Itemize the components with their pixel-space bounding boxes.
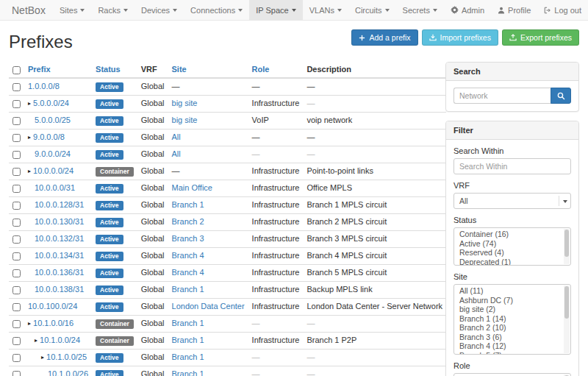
status-option[interactable]: Deprecated (1): [459, 258, 562, 266]
row-checkbox[interactable]: [12, 320, 21, 328]
prefix-link[interactable]: 10.0.0.130/31: [35, 217, 84, 226]
add-a-prefix-button[interactable]: Add a prefix: [351, 29, 417, 46]
prefix-link[interactable]: 10.0.0.136/31: [35, 268, 84, 277]
nav-item-log-out[interactable]: Log out: [537, 0, 588, 20]
site-link[interactable]: All: [172, 149, 181, 158]
nav-item-vlans[interactable]: VLANs: [303, 0, 348, 20]
sort-link-prefix[interactable]: Prefix: [28, 65, 51, 74]
prefix-link[interactable]: 5.0.0.0/25: [35, 116, 71, 124]
chevron-down-icon: [123, 9, 128, 12]
status-listbox[interactable]: Container (16)Active (74)Reserved (4)Dep…: [453, 227, 571, 266]
scrollbar[interactable]: [564, 229, 570, 264]
empty-value: —: [306, 132, 315, 141]
site-listbox[interactable]: All (11)Ashburn DC (7)big site (2)Branch…: [453, 284, 571, 355]
site-link[interactable]: Branch 1: [172, 352, 204, 361]
site-link[interactable]: London Data Center: [172, 302, 245, 311]
row-checkbox[interactable]: [12, 185, 21, 193]
nav-item-circuits[interactable]: Circuits: [348, 0, 396, 20]
brand-link[interactable]: NetBox: [4, 0, 53, 20]
site-option[interactable]: big site (2): [459, 305, 562, 315]
vrf-select[interactable]: All: [453, 193, 571, 209]
prefix-link[interactable]: 9.0.0.0/8: [33, 132, 65, 141]
prefix-link[interactable]: 10.0.0.128/31: [35, 200, 84, 209]
row-checkbox[interactable]: [12, 151, 21, 159]
site-link[interactable]: Branch 1: [172, 336, 204, 344]
nav-item-secrets[interactable]: Secrets: [396, 0, 444, 20]
row-checkbox[interactable]: [12, 83, 21, 91]
search-within-input[interactable]: [453, 158, 571, 174]
prefix-link[interactable]: 10.0.0.0/24: [33, 166, 74, 175]
nav-item-profile[interactable]: Profile: [491, 0, 537, 20]
row-checkbox[interactable]: [12, 269, 21, 277]
prefix-link[interactable]: 10.1.0.0/24: [40, 336, 80, 344]
prefix-link[interactable]: 10.1.0.0/26: [48, 369, 88, 376]
nav-item-sites[interactable]: Sites: [53, 0, 91, 20]
nav-item-connections[interactable]: Connections: [184, 0, 249, 20]
row-checkbox[interactable]: [12, 117, 21, 125]
site-link[interactable]: Main Office: [172, 183, 212, 192]
prefix-link[interactable]: 10.0.0.132/31: [35, 234, 84, 243]
site-cell: All: [168, 129, 248, 146]
site-link[interactable]: Branch 2: [172, 217, 204, 226]
row-checkbox[interactable]: [12, 168, 21, 176]
site-option[interactable]: Branch 4 (12): [459, 342, 562, 352]
site-link[interactable]: Branch 4: [172, 268, 204, 277]
role-listbox[interactable]: Infrastructure (25)Management (8)Private…: [453, 373, 571, 376]
prefix-link[interactable]: 10.0.100.0/24: [28, 302, 77, 311]
nav-item-devices[interactable]: Devices: [135, 0, 184, 20]
export-prefixes-button[interactable]: Export prefixes: [502, 29, 579, 46]
prefix-link[interactable]: 10.0.0.134/31: [35, 251, 84, 260]
site-link[interactable]: Branch 1: [172, 285, 204, 294]
scrollbar[interactable]: [564, 285, 570, 353]
nav-item-label: Admin: [462, 6, 484, 15]
sort-link-status[interactable]: Status: [96, 65, 121, 74]
site-link[interactable]: Branch 1: [172, 319, 204, 327]
site-option[interactable]: All (11): [459, 287, 562, 297]
nav-item-racks[interactable]: Racks: [91, 0, 135, 20]
scrollbar-thumb[interactable]: [564, 286, 569, 319]
row-checkbox[interactable]: [12, 303, 21, 311]
site-link[interactable]: Branch 3: [172, 234, 204, 243]
site-link[interactable]: Branch 4: [172, 251, 204, 260]
prefix-link[interactable]: 1.0.0.0/8: [28, 82, 60, 91]
row-checkbox[interactable]: [12, 235, 21, 244]
tree-indent: [28, 258, 35, 258]
row-checkbox[interactable]: [12, 354, 21, 362]
nav-item-admin[interactable]: Admin: [444, 0, 491, 20]
row-checkbox[interactable]: [12, 286, 21, 294]
row-checkbox[interactable]: [12, 252, 21, 260]
import-prefixes-button[interactable]: Import prefixes: [422, 29, 498, 46]
row-checkbox[interactable]: [12, 134, 21, 142]
site-link[interactable]: big site: [172, 99, 198, 107]
site-link[interactable]: big site: [172, 116, 198, 124]
row-checkbox[interactable]: [12, 371, 21, 376]
prefix-link[interactable]: 9.0.0.0/24: [35, 149, 71, 158]
status-cell: Active: [92, 95, 137, 112]
search-input[interactable]: [453, 88, 551, 104]
table-row: 10.0.0.0/31ActiveGlobalMain OfficeInfras…: [9, 180, 446, 196]
site-link[interactable]: All: [172, 132, 181, 141]
row-checkbox[interactable]: [12, 100, 21, 108]
site-option[interactable]: Branch 5 (7): [459, 352, 562, 355]
row-checkbox[interactable]: [12, 219, 21, 227]
prefix-link[interactable]: 5.0.0.0/24: [33, 99, 69, 107]
site-link[interactable]: Branch 1: [172, 369, 204, 376]
row-checkbox[interactable]: [12, 337, 21, 345]
scrollbar-thumb[interactable]: [564, 230, 569, 257]
prefix-link[interactable]: 10.0.0.138/31: [35, 285, 84, 294]
prefix-link[interactable]: 10.1.0.0/25: [46, 352, 87, 361]
chevron-down-icon: [385, 9, 390, 12]
site-option[interactable]: Branch 2 (10): [459, 324, 562, 333]
site-link[interactable]: Branch 1: [172, 200, 204, 209]
status-option[interactable]: Reserved (4): [459, 249, 562, 258]
sort-link-site[interactable]: Site: [172, 65, 187, 74]
vrf-cell: Global: [137, 247, 168, 264]
sort-link-role[interactable]: Role: [252, 65, 270, 74]
prefix-link[interactable]: 10.1.0.0/16: [33, 319, 74, 327]
row-checkbox[interactable]: [12, 202, 21, 210]
prefix-link[interactable]: 10.0.0.0/31: [35, 183, 75, 192]
search-button[interactable]: [551, 88, 571, 104]
select-all-checkbox[interactable]: [12, 66, 21, 74]
nav-item-ip-space[interactable]: IP Space: [249, 0, 302, 20]
status-option[interactable]: Container (16): [459, 230, 562, 240]
